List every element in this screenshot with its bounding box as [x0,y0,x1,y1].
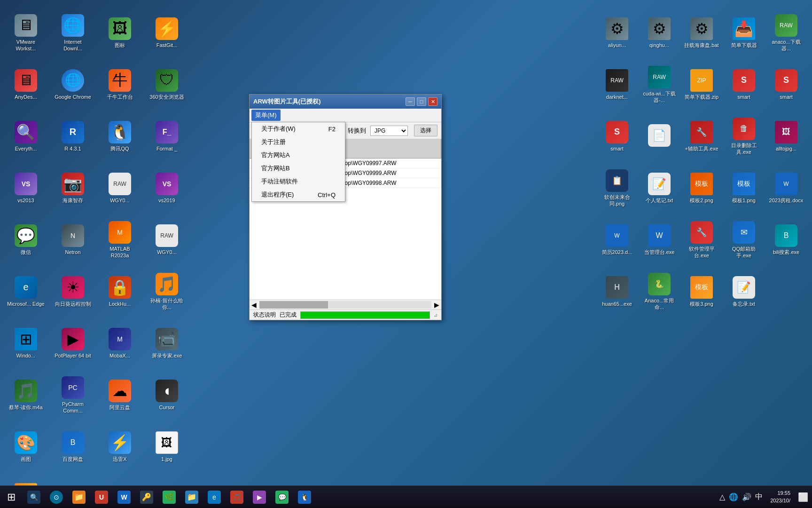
icon-tupian[interactable]: 🖼 图标 [99,9,141,56]
taskbar-clock[interactable]: 19:55 2023/10/ [766,490,794,504]
icon-netron[interactable]: N Netron [52,216,94,263]
dropdown-about-author[interactable]: 关于作者(W) F2 [252,122,345,135]
icon-smart3[interactable]: S smart [596,113,638,160]
scroll-left-button[interactable]: ◀ [250,300,258,310]
icon-hikvision-r[interactable]: ⚙ 挂载海康盘.bat [680,9,723,56]
icon-xianri[interactable]: ☀ 向日葵远程控制 [52,268,94,315]
scroll-right-button[interactable]: ▶ [432,300,441,310]
icon-anaconda2[interactable]: 🐍 Anaco...常用命... [638,268,680,315]
icon-hikvision[interactable]: 📷 海康智存 [52,165,94,212]
dropdown-website-b[interactable]: 官方网站B [252,162,345,175]
icon-anydesk[interactable]: 🖥 AnyDes... [5,61,47,108]
icon-360[interactable]: 🛡 360安全浏览器 [146,61,188,108]
start-button[interactable]: ⊞ [0,486,23,508]
icon-model3[interactable]: 模板 模板3.png [680,268,723,315]
taskbar-qq-tb[interactable]: 🐧 [293,486,316,508]
icon-sunflower[interactable]: 🎵 孙楠·留什么给你... [146,268,188,315]
taskbar-keepass[interactable]: 🔑 [135,486,158,508]
taskbar-cortana[interactable]: ⊙ [45,486,68,508]
icon-windows[interactable]: ⊞ Windo... [5,320,47,367]
horizontal-scrollbar[interactable]: ◀ ▶ [250,300,441,310]
icon-qianniu[interactable]: 牛 千牛工作台 [99,61,141,108]
icon-caigin[interactable]: 🎵 蔡琴·读你.m4a [5,372,47,419]
menu-item-main[interactable]: 菜单(M) [251,110,281,121]
icon-ruanjian[interactable]: 📋 软创未来合同.png [596,165,638,212]
icon-mobax[interactable]: M MobaX... [99,320,141,367]
format-select[interactable]: JPG PNG BMP TIFF [370,126,408,136]
dropdown-exit[interactable]: 退出程序(E) Ctrl+Q [252,188,345,201]
icon-cursor[interactable]: ◖ Cursor [146,372,188,419]
taskbar-file-explorer[interactable]: 📁 [68,486,90,508]
icon-screen[interactable]: 📹 屏录专家.exe [146,320,188,367]
icon-model1[interactable]: 模板 模板1.png [723,165,765,212]
taskbar-netease[interactable]: 🎵 [226,486,248,508]
taskbar-player[interactable]: ▶ [248,486,271,508]
icon-model2[interactable]: 模板 模板2.png [680,165,723,212]
icon-mulusc[interactable]: 🗑 目录删除工具.exe [723,113,765,160]
icon-vs2013[interactable]: VS vs2013 [5,165,47,212]
icon-vs2019[interactable]: VS vs2019 [146,165,188,212]
tray-network-icon[interactable]: 🌐 [729,492,738,501]
icon-baidu[interactable]: B 百度网盘 [52,423,94,470]
icon-2023fang[interactable]: W 2023房租.docx [765,165,807,212]
icon-darknet-r[interactable]: RAW darknet... [596,61,638,108]
maximize-button[interactable]: □ [417,97,426,106]
show-desktop-button[interactable]: ⬜ [798,492,808,502]
scroll-track[interactable] [259,301,431,309]
icon-pycharm[interactable]: PC PyCharm Comm... [52,372,94,419]
icon-soft-mgr[interactable]: 🔧 软件管理平台.exe [680,216,723,263]
tray-volume-icon[interactable]: 🔊 [742,492,751,501]
icon-hikvision3[interactable]: 🔧 +辅助工具.exe [680,113,723,160]
icon-wgy2[interactable]: RAW WGY0... [146,216,188,263]
icon-cuda-r[interactable]: RAW cuda-wi...下载器-... [638,61,680,108]
icon-wechat[interactable]: 💬 微信 [5,216,47,263]
taskbar-upx[interactable]: U [90,486,113,508]
icon-smart2[interactable]: S smart [765,61,807,108]
icon-everything[interactable]: 🔍 Everyth... [5,113,47,160]
icon-paint[interactable]: 🎨 画图 [5,423,47,470]
icon-fastgit[interactable]: ⚡ FastGit... [146,9,188,56]
icon-lockhu[interactable]: 🔒 LockHu... [99,268,141,315]
icon-simple-dl2[interactable]: ZIP 简单下载器.zip [680,61,723,108]
icon-qinghu[interactable]: ⚙ qinghu... [638,9,680,56]
icon-huan65[interactable]: H huan65...exe [596,268,638,315]
icon-internet[interactable]: 🌐 Internet Downl... [52,9,94,56]
icon-matlab[interactable]: M MATLAB R2023a [99,216,141,263]
icon-wgy1[interactable]: RAW WGY0... [99,165,141,212]
select-folder-button[interactable]: 选择 [414,125,437,136]
icon-vmware[interactable]: 🖥 VMware Workst... [5,9,47,56]
icon-geren[interactable]: 📝 个人笔记.txt [638,165,680,212]
icon-jpg1[interactable]: 🖼 1.jpg [146,423,188,470]
icon-aliyun[interactable]: ☁ 阿里云盘 [99,372,141,419]
icon-r[interactable]: R R 4.3.1 [52,113,94,160]
taskbar-file-mgr[interactable]: 📁 [180,486,203,508]
dropdown-manual-unregister[interactable]: 手动注销软件 [252,175,345,188]
resize-corner[interactable]: ⊿ [434,312,437,318]
dropdown-website-a[interactable]: 官方网站A [252,149,345,162]
icon-potplayer[interactable]: ▶ PotPlayer 64 bit [52,320,94,367]
icon-tencent[interactable]: 🐧 腾讯QQ [99,113,141,160]
dropdown-about-register[interactable]: 关于注册 [252,135,345,149]
icon-backup[interactable]: 📝 备忘录.txt [723,268,765,315]
icon-msedge[interactable]: e Microsof... Edge [5,268,47,315]
taskbar-word[interactable]: W [113,486,135,508]
taskbar-git[interactable]: 🌿 [158,486,180,508]
icon-xunlei[interactable]: ⚡ 迅雷X [99,423,141,470]
taskbar-edge[interactable]: e [203,486,226,508]
icon-alltojpg[interactable]: 🖼 alltojpg... [765,113,807,160]
icon-anaconda-r[interactable]: RAW anaco...下载器... [765,9,807,56]
icon-aliyun-r[interactable]: ⚙ aliyun... [596,9,638,56]
icon-word-r[interactable]: W 当管理台.exe [638,216,680,263]
close-button[interactable]: ✕ [428,97,437,106]
minimize-button[interactable]: ─ [406,97,415,106]
icon-smart1[interactable]: S smart [723,61,765,108]
icon-format[interactable]: F_ Format _ [146,113,188,160]
icon-jianli[interactable]: W 简历2023.d... [596,216,638,263]
tray-lang[interactable]: 中 [755,492,763,502]
taskbar-search[interactable]: 🔍 [23,486,45,508]
icon-simple-dl[interactable]: 📥 简单下载器 [723,9,765,56]
icon-chrome[interactable]: 🌐 Google Chrome [52,61,94,108]
taskbar-wechat-tb[interactable]: 💬 [271,486,293,508]
scroll-thumb[interactable] [259,301,328,309]
icon-blank1[interactable]: 📄 [638,113,680,160]
